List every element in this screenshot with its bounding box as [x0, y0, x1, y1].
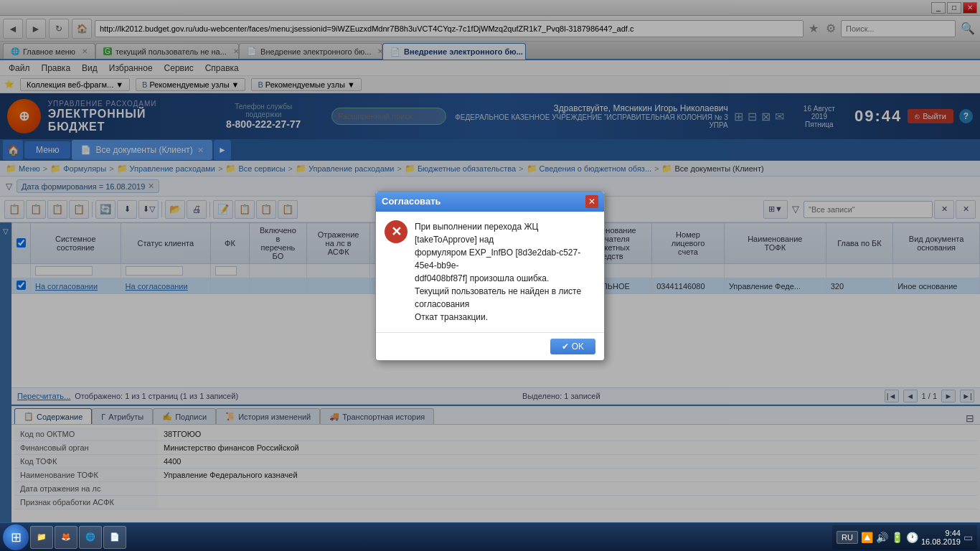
modal-line6: Откат транзакции.	[415, 312, 488, 322]
modal-line1: При выполнении перехода ЖЦ [takeToApprov…	[415, 222, 538, 245]
modal-title: Согласовать	[382, 196, 441, 207]
modal-body: ✕ При выполнении перехода ЖЦ [takeToAppr…	[376, 212, 604, 332]
show-desktop-icon[interactable]: ▭	[963, 532, 973, 543]
taskbar-firefox[interactable]: 🦊	[55, 526, 77, 549]
ie-icon: 🌐	[85, 532, 95, 542]
error-icon-symbol: ✕	[391, 224, 402, 240]
modal-header: Согласовать ✕	[376, 192, 604, 212]
modal-line5: согласования	[415, 299, 469, 309]
taskbar: ⊞ 📁 🦊 🌐 📄 RU 🔼 🔊 🔋 🕐 9:44 16.08.2019 ▭	[0, 522, 980, 551]
folder-icon: 📁	[37, 532, 47, 542]
systray-time: 9:44 16.08.2019	[921, 529, 961, 546]
doc-icon: 📄	[110, 532, 120, 542]
network-icon[interactable]: 🔼	[861, 532, 873, 543]
battery-icon[interactable]: 🔋	[891, 532, 903, 543]
modal-line3: ddf0408bf87f] произошла ошибка.	[415, 273, 549, 283]
language-selector[interactable]: RU	[837, 531, 858, 544]
firefox-icon: 🦊	[61, 532, 71, 542]
modal-message: При выполнении перехода ЖЦ [takeToApprov…	[415, 220, 595, 324]
ok-label: ✔ OK	[562, 342, 584, 352]
error-modal: Согласовать ✕ ✕ При выполнении перехода …	[375, 191, 605, 361]
modal-ok-button[interactable]: ✔ OK	[550, 339, 595, 354]
systray: RU 🔼 🔊 🔋 🕐 9:44 16.08.2019 ▭	[832, 525, 977, 550]
taskbar-folder[interactable]: 📁	[30, 526, 53, 549]
systray-date: 16.08.2019	[921, 537, 961, 546]
modal-line2: формуляром EXP_InfBO [8d3e2dab-c527-45e4…	[415, 248, 580, 270]
start-button[interactable]: ⊞	[3, 524, 29, 550]
volume-icon[interactable]: 🔊	[876, 532, 888, 543]
modal-line4: Текущий пользователь не найден в листе	[415, 286, 581, 296]
modal-close-button[interactable]: ✕	[585, 195, 598, 208]
clock-icon[interactable]: 🕐	[906, 532, 918, 543]
taskbar-ie[interactable]: 🌐	[79, 526, 102, 549]
taskbar-doc[interactable]: 📄	[103, 526, 126, 549]
error-icon: ✕	[385, 220, 407, 243]
modal-footer: ✔ OK	[376, 332, 604, 360]
systray-clock: 9:44	[921, 529, 961, 537]
modal-overlay: Согласовать ✕ ✕ При выполнении перехода …	[0, 0, 980, 551]
